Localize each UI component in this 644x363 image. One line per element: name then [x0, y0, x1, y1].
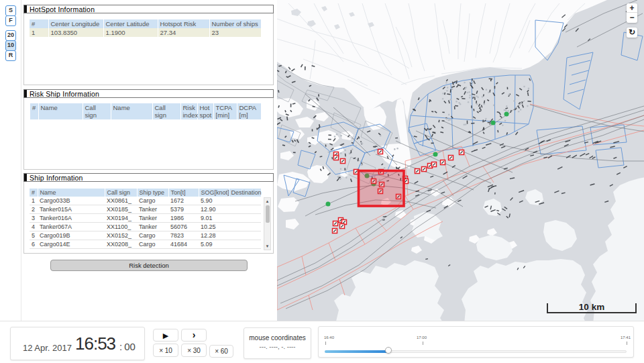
svg-text:10 km: 10 km — [579, 302, 604, 312]
